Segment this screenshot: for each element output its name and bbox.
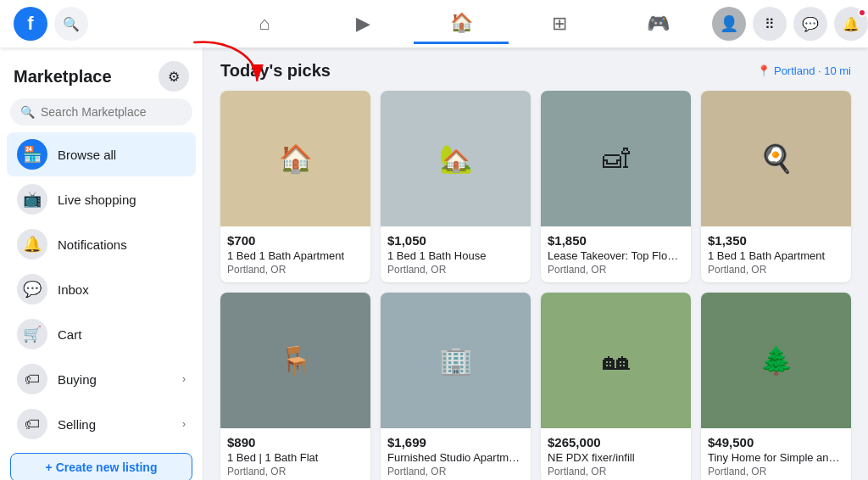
inbox-label: Inbox: [58, 282, 89, 297]
listing-image: 🛋: [541, 91, 691, 226]
sidebar-title-row: Marketplace ⚙: [0, 54, 203, 95]
browse-all-label: Browse all: [58, 148, 116, 162]
listing-price: $1,850: [548, 233, 684, 248]
listing-price: $890: [227, 435, 364, 449]
listing-image: 🪑: [220, 293, 370, 428]
listing-body: $700 1 Bed 1 Bath Apartment Portland, OR: [220, 226, 370, 282]
listing-price: $700: [227, 233, 364, 248]
listing-location: Portland, OR: [387, 264, 524, 276]
browse-all-icon: 🏪: [17, 139, 47, 170]
listing-description: Lease Takeover: Top Floor 1 bed/1 bath: [548, 249, 684, 262]
nav-gaming-button[interactable]: 🎮: [610, 3, 705, 44]
listing-location: Portland, OR: [708, 264, 844, 276]
listing-description: Tiny Home for Simple and Good Livin: [708, 451, 844, 464]
listing-card[interactable]: 🍳 $1,350 1 Bed 1 Bath Apartment Portland…: [701, 91, 851, 282]
section-header: Today's picks 📍 Portland · 10 mi: [220, 61, 851, 81]
listing-card[interactable]: 🛋 $1,850 Lease Takeover: Top Floor 1 bed…: [541, 91, 691, 282]
nav-left: f 🔍: [14, 7, 217, 41]
main-content: Today's picks 📍 Portland · 10 mi 🏠 $700 …: [203, 47, 868, 480]
sidebar-item-selling[interactable]: 🏷 Selling ›: [7, 402, 196, 446]
listing-image: 🌲: [701, 293, 851, 428]
listing-card[interactable]: 🪑 $890 1 Bed | 1 Bath Flat Portland, OR: [220, 293, 370, 480]
nav-home-button[interactable]: ⌂: [217, 3, 312, 44]
inbox-icon: 💬: [17, 274, 47, 304]
search-box: 🔍: [10, 98, 192, 126]
sidebar-item-notifications[interactable]: 🔔 Notifications: [7, 222, 196, 266]
nav-search-button[interactable]: 🔍: [54, 7, 88, 41]
nav-right: 👤 ⠿ 💬 🔔 👤: [705, 7, 868, 41]
live-shopping-icon: 📺: [17, 184, 47, 215]
listing-card[interactable]: 🌲 $49,500 Tiny Home for Simple and Good …: [701, 293, 851, 480]
search-input[interactable]: [10, 98, 192, 126]
listing-location: Portland, OR: [708, 466, 844, 477]
listing-price: $265,000: [548, 435, 684, 449]
listing-body: $265,000 NE PDX fixer/infill Portland, O…: [541, 428, 691, 480]
sidebar-item-inbox[interactable]: 💬 Inbox: [7, 267, 196, 311]
listing-description: 1 Bed 1 Bath Apartment: [227, 249, 364, 262]
listing-description: 1 Bed 1 Bath House: [387, 249, 524, 262]
cart-icon: 🛒: [17, 319, 47, 349]
location-badge[interactable]: 📍 Portland · 10 mi: [757, 64, 851, 77]
sidebar-item-cart[interactable]: 🛒 Cart: [7, 312, 196, 356]
listing-card[interactable]: 🏡 $1,050 1 Bed 1 Bath House Portland, OR: [381, 91, 531, 282]
facebook-logo[interactable]: f: [14, 7, 47, 41]
listing-card[interactable]: 🏠 $700 1 Bed 1 Bath Apartment Portland, …: [220, 91, 370, 282]
messenger-button[interactable]: 💬: [793, 7, 827, 41]
listing-price: $1,050: [387, 233, 524, 248]
avatar[interactable]: 👤: [712, 7, 746, 41]
live-shopping-label: Live shopping: [58, 193, 136, 207]
listing-body: $1,050 1 Bed 1 Bath House Portland, OR: [381, 226, 531, 282]
gear-button[interactable]: ⚙: [159, 61, 189, 92]
sidebar-item-browse-all[interactable]: 🏪 Browse all: [7, 132, 196, 176]
notifications-label: Notifications: [58, 237, 127, 252]
selling-icon: 🏷: [17, 409, 47, 439]
listing-image: 🍳: [701, 91, 851, 226]
sidebar-item-live-shopping[interactable]: 📺 Live shopping: [7, 177, 196, 221]
sidebar-item-buying[interactable]: 🏷 Buying ›: [7, 357, 196, 401]
listing-description: Furnished Studio Apartment: [387, 451, 524, 464]
listing-image: 🏡: [381, 91, 531, 226]
nav-marketplace-button[interactable]: 🏠: [414, 3, 509, 44]
listing-location: Portland, OR: [548, 466, 684, 477]
listing-card[interactable]: 🏘 $265,000 NE PDX fixer/infill Portland,…: [541, 293, 691, 480]
listings-grid: 🏠 $700 1 Bed 1 Bath Apartment Portland, …: [220, 91, 851, 480]
chevron-right-icon: ›: [182, 373, 186, 385]
listing-price: $1,699: [387, 435, 524, 449]
buying-icon: 🏷: [17, 364, 47, 394]
buying-label: Buying: [58, 372, 97, 387]
listing-body: $1,350 1 Bed 1 Bath Apartment Portland, …: [701, 226, 851, 282]
listing-location: Portland, OR: [227, 264, 364, 276]
listing-body: $1,699 Furnished Studio Apartment Portla…: [381, 428, 531, 480]
listing-body: $890 1 Bed | 1 Bath Flat Portland, OR: [220, 428, 370, 480]
grid-menu-button[interactable]: ⠿: [753, 7, 787, 41]
listing-price: $1,350: [708, 233, 844, 248]
listing-body: $1,850 Lease Takeover: Top Floor 1 bed/1…: [541, 226, 691, 282]
top-nav: f 🔍 ⌂ ▶ 🏠 ⊞ 🎮 👤 ⠿ 💬 🔔 👤: [0, 0, 868, 47]
selling-label: Selling: [58, 417, 96, 432]
listing-location: Portland, OR: [548, 264, 684, 276]
listing-price: $49,500: [708, 435, 844, 449]
listing-location: Portland, OR: [387, 466, 524, 477]
create-listing-button[interactable]: + Create new listing: [10, 453, 192, 480]
nav-center: ⌂ ▶ 🏠 ⊞ 🎮: [217, 3, 705, 44]
chevron-right-icon-selling: ›: [182, 418, 186, 430]
search-icon: 🔍: [20, 105, 35, 119]
listing-description: 1 Bed 1 Bath Apartment: [708, 249, 844, 262]
nav-video-button[interactable]: ▶: [315, 3, 410, 44]
listing-body: $49,500 Tiny Home for Simple and Good Li…: [701, 428, 851, 480]
cart-label: Cart: [58, 327, 81, 342]
listing-image: 🏘: [541, 293, 691, 428]
listing-description: NE PDX fixer/infill: [548, 451, 684, 464]
nav-groups-button[interactable]: ⊞: [512, 3, 607, 44]
listing-location: Portland, OR: [227, 466, 364, 477]
notifications-button[interactable]: 🔔: [834, 7, 868, 41]
notifications-icon: 🔔: [17, 229, 47, 260]
notification-dot: [858, 8, 866, 17]
section-title: Today's picks: [220, 61, 331, 81]
listing-card[interactable]: 🏢 $1,699 Furnished Studio Apartment Port…: [381, 293, 531, 480]
sidebar-title: Marketplace: [14, 67, 112, 87]
listing-description: 1 Bed | 1 Bath Flat: [227, 451, 364, 464]
listing-image: 🏠: [220, 91, 370, 226]
listing-image: 🏢: [381, 293, 531, 428]
sidebar: Marketplace ⚙ 🔍 🏪 Browse all 📺 Live shop…: [0, 47, 203, 480]
